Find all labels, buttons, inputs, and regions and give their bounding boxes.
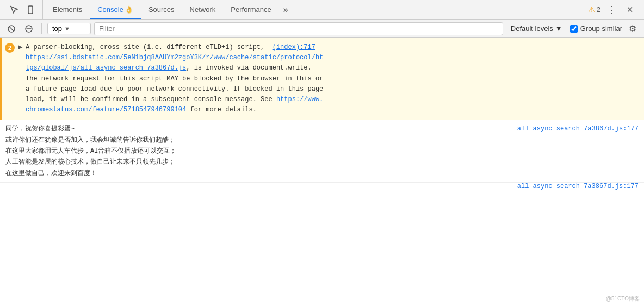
context-dropdown-arrow-icon: ▼ <box>64 26 70 32</box>
filter-input[interactable] <box>94 22 503 35</box>
console-warning-message: 2 ▶ A parser-blocking, cross site (i.e. … <box>0 38 644 120</box>
log-source-link-1[interactable]: all_async_search_7a3867d.js:177 <box>517 123 639 134</box>
tab-console[interactable]: Console 👌 <box>90 0 141 19</box>
console-filter-bar: top ▼ Default levels ▼ Group similar ⚙ <box>0 20 644 38</box>
group-similar-checkbox[interactable] <box>570 25 578 33</box>
gear-icon: ⚙ <box>629 23 636 34</box>
group-similar-checkbox-group: Group similar <box>570 24 622 33</box>
log-text-line-2: 或许你们还在犹豫是否加入，我会坦诚的告诉你我们超酷； <box>5 135 639 146</box>
console-settings-button[interactable]: ⚙ <box>626 22 640 36</box>
warning-url-link[interactable]: https://ss1.bdstatic.com/5eN1bjq8AAUYm2z… <box>26 54 323 72</box>
log-text-line-3: 在这里大家都用无人车代步，AI音箱不仅播放还可以交互； <box>5 146 639 156</box>
toolbar-left-icons <box>2 0 43 19</box>
svg-rect-1 <box>30 12 32 12</box>
warning-expand-toggle[interactable]: ▶ <box>18 43 22 51</box>
context-selector[interactable]: top ▼ <box>47 23 91 34</box>
close-button[interactable]: ✕ <box>622 2 637 17</box>
console-content: 2 ▶ A parser-blocking, cross site (i.e. … <box>0 38 644 307</box>
warning-count-badge: 2 <box>5 43 15 53</box>
mobile-icon[interactable] <box>23 2 38 17</box>
more-options-button[interactable]: ⋮ <box>604 2 619 17</box>
block-icon[interactable] <box>22 22 36 36</box>
more-tabs-button[interactable]: » <box>279 0 293 19</box>
warning-message-text: A parser-blocking, cross site (i.e. diff… <box>26 42 639 115</box>
tab-network[interactable]: Network <box>182 0 224 19</box>
log-source-row: all_async_search_7a3867d.js:177 <box>0 183 644 192</box>
warning-triangle-icon: ⚠ <box>588 5 595 15</box>
filter-divider <box>41 23 42 34</box>
devtools-toolbar: Elements Console 👌 Sources Network Perfo… <box>0 0 644 20</box>
log-text-line-1: 同学，祝贺你喜提彩蛋~ all_async_search_7a3867d.js:… <box>5 123 639 134</box>
tab-sources[interactable]: Sources <box>141 0 182 19</box>
log-source-link-2[interactable]: all_async_search_7a3867d.js:177 <box>517 183 639 190</box>
clear-console-button[interactable] <box>4 22 18 36</box>
tab-list: Elements Console 👌 Sources Network Perfo… <box>43 0 295 19</box>
cursor-pointer-icon: 👌 <box>125 5 133 14</box>
console-log-message: 同学，祝贺你喜提彩蛋~ all_async_search_7a3867d.js:… <box>0 120 644 183</box>
group-similar-label[interactable]: Group similar <box>580 24 622 33</box>
inspect-icon[interactable] <box>7 2 22 17</box>
tab-performance[interactable]: Performance <box>223 0 278 19</box>
svg-line-3 <box>9 27 14 31</box>
warning-index-link[interactable]: (index):717 <box>273 43 315 51</box>
tab-elements[interactable]: Elements <box>45 0 90 19</box>
levels-dropdown-arrow-icon: ▼ <box>555 24 562 33</box>
watermark: @51CTO博客 <box>606 295 640 303</box>
log-content: 同学，祝贺你喜提彩蛋~ all_async_search_7a3867d.js:… <box>5 123 639 179</box>
levels-selector[interactable]: Default levels ▼ <box>506 23 567 34</box>
warning-badge: ⚠ 2 <box>588 5 600 15</box>
warning-chromestatus-link[interactable]: https://www.chromestatus.com/feature/571… <box>26 96 323 114</box>
log-text-line-4: 人工智能是发展的核心技术，做自己让未来不只领先几步； <box>5 156 639 167</box>
log-text-line-5: 在这里做自己，欢迎来到百度！ <box>5 168 639 179</box>
toolbar-right: ⚠ 2 ⋮ ✕ <box>584 2 642 17</box>
